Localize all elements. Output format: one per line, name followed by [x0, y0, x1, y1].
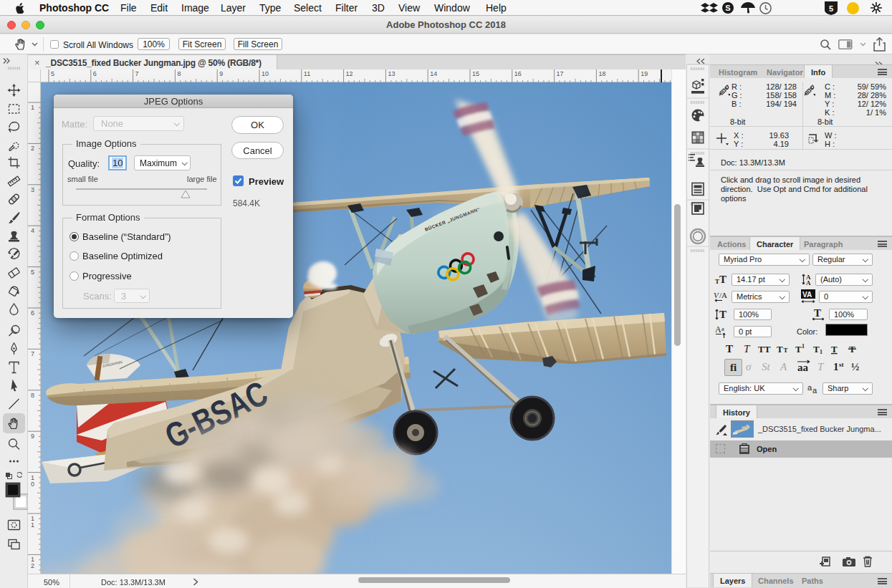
svg-text:9: 9 — [219, 70, 223, 77]
svg-text:T: T — [814, 307, 821, 319]
svg-text:9: 9 — [31, 433, 34, 440]
svg-text:1: 1 — [31, 521, 34, 529]
svg-text:T: T — [726, 343, 733, 355]
svg-text:19: 19 — [641, 70, 648, 77]
svg-text:aa: aa — [797, 362, 809, 373]
svg-text:13: 13 — [388, 70, 395, 77]
svg-text:15: 15 — [472, 70, 479, 77]
svg-text:7: 7 — [31, 350, 34, 357]
svg-text:1: 1 — [833, 361, 839, 372]
svg-text:VA: VA — [802, 291, 812, 299]
svg-text:/A: /A — [719, 291, 727, 299]
svg-text:T: T — [719, 274, 726, 285]
svg-text:1: 1 — [820, 349, 823, 355]
svg-text:16: 16 — [514, 70, 522, 77]
svg-text:6: 6 — [31, 309, 34, 317]
svg-text:4: 4 — [31, 227, 34, 234]
svg-text:6: 6 — [93, 70, 97, 77]
svg-text:8: 8 — [177, 70, 181, 77]
svg-text:a: a — [807, 383, 812, 392]
svg-text:½: ½ — [851, 361, 859, 372]
svg-text:2: 2 — [31, 562, 34, 569]
svg-text:8: 8 — [31, 392, 34, 399]
svg-text:T: T — [817, 361, 825, 372]
svg-text:14: 14 — [430, 70, 437, 77]
svg-text:σ: σ — [746, 361, 752, 372]
svg-text:T: T — [777, 344, 783, 355]
svg-text:A: A — [806, 279, 811, 286]
svg-text:T: T — [813, 344, 820, 355]
svg-text:18: 18 — [598, 70, 605, 77]
svg-text:T: T — [719, 309, 726, 320]
svg-text:V: V — [714, 291, 719, 299]
svg-text:a: a — [812, 386, 817, 395]
svg-text:fi: fi — [730, 362, 737, 373]
svg-text:12: 12 — [346, 70, 353, 77]
svg-text:a: a — [721, 325, 724, 332]
svg-text:5: 5 — [829, 4, 833, 13]
svg-text:T: T — [795, 344, 802, 355]
svg-text:st: st — [839, 361, 844, 368]
svg-text:17: 17 — [557, 70, 564, 77]
svg-text:T: T — [831, 344, 838, 355]
svg-text:A: A — [780, 361, 787, 372]
svg-text:5: 5 — [51, 70, 54, 77]
svg-text:0: 0 — [31, 481, 34, 488]
svg-text:5: 5 — [31, 269, 34, 276]
svg-text:1: 1 — [802, 343, 805, 350]
svg-text:A: A — [715, 324, 721, 334]
svg-text:11: 11 — [304, 70, 310, 77]
svg-text:T: T — [784, 347, 788, 354]
svg-text:2: 2 — [31, 145, 34, 152]
svg-text:T: T — [744, 343, 751, 355]
svg-text:1: 1 — [31, 104, 34, 111]
svg-text:7: 7 — [135, 70, 139, 77]
svg-text:St: St — [762, 361, 771, 372]
svg-text:3: 3 — [31, 186, 34, 193]
svg-text:10: 10 — [262, 70, 269, 77]
svg-text:TT: TT — [758, 344, 771, 355]
